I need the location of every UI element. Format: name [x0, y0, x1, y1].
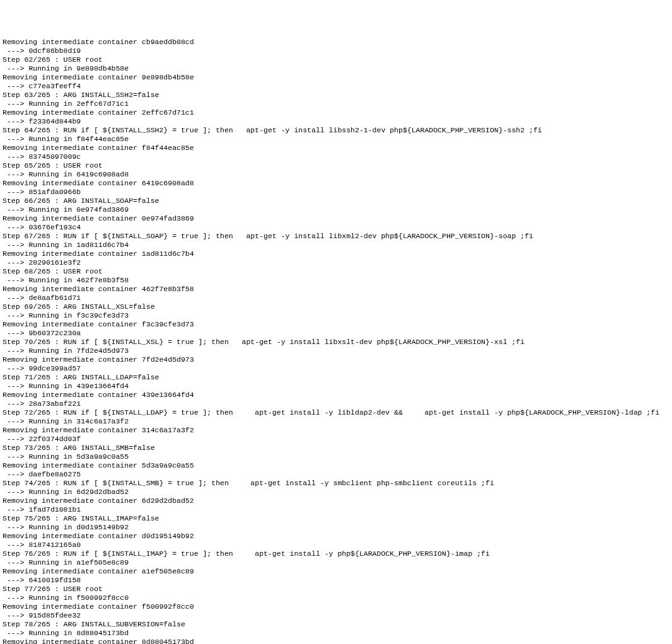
- terminal-output[interactable]: Removing intermediate container cb9aeddb…: [3, 38, 669, 644]
